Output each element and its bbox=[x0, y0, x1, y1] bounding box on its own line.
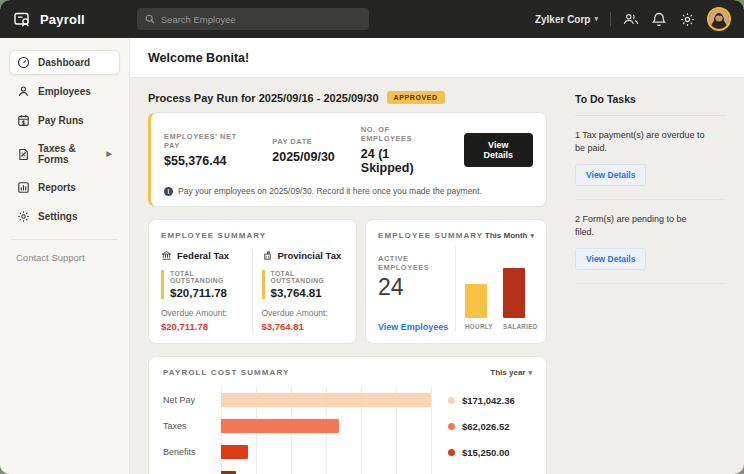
view-employees-link[interactable]: View Employees bbox=[378, 322, 455, 332]
sidebar-item-label: Pay Runs bbox=[38, 115, 84, 126]
view-details-button[interactable]: View Details bbox=[575, 248, 646, 270]
tax-summary-card: EMPLOYEE SUMMARY bbox=[148, 219, 357, 344]
topbar-divider bbox=[610, 12, 611, 26]
users-icon[interactable] bbox=[623, 11, 639, 27]
cost-chart: Net Pay Taxes Benefits Deductions bbox=[163, 387, 532, 474]
taxes-bar bbox=[221, 419, 339, 433]
sidebar-divider bbox=[11, 239, 118, 240]
active-employees-block: ACTIVE EMPLOYEES 24 View Employees bbox=[378, 246, 456, 332]
outstanding-value: $20,711.78 bbox=[170, 287, 243, 299]
sidebar-item-label: Settings bbox=[38, 211, 77, 222]
view-details-button[interactable]: View Details bbox=[575, 164, 646, 186]
provincial-tax-column: Provincial Tax TOTAL OUTSTANDING $3,764.… bbox=[253, 250, 345, 332]
category-label: Taxes bbox=[163, 413, 221, 439]
welcome-band: Welcome Bonita! bbox=[130, 38, 744, 78]
search-box[interactable] bbox=[137, 8, 369, 30]
legend-dot bbox=[448, 397, 455, 404]
todo-task: 2 Form(s) are pending to be filed. View … bbox=[575, 200, 726, 284]
stat-value: 2025/09/30 bbox=[272, 150, 335, 164]
bar-label-salaried: SALARIED bbox=[503, 323, 525, 330]
todo-panel: To Do Tasks 1 Tax payment(s) are overdue… bbox=[575, 91, 726, 474]
todo-task-text: 1 Tax payment(s) are overdue to be paid. bbox=[575, 129, 705, 155]
stat-label: NO. OF EMPLOYEES bbox=[361, 125, 438, 143]
sidebar-item-label: Reports bbox=[38, 182, 76, 193]
salaried-bar bbox=[503, 268, 525, 318]
overdue-label: Overdue Amount: bbox=[161, 308, 243, 318]
stat-label: PAY DATE bbox=[272, 137, 335, 146]
topbar-right: Zylker Corp ▾ bbox=[535, 7, 731, 31]
person-icon bbox=[17, 85, 30, 98]
overdue-value: $3,764.81 bbox=[262, 321, 345, 332]
net-pay-bar bbox=[221, 393, 431, 407]
cost-plot-area bbox=[221, 387, 432, 474]
contact-support-link[interactable]: Contact Support bbox=[9, 252, 120, 263]
dashboard-main-column: Process Pay Run for 2025/09/16 - 2025/09… bbox=[148, 91, 547, 474]
org-selector[interactable]: Zylker Corp ▾ bbox=[535, 14, 598, 25]
outstanding-label: TOTAL OUTSTANDING bbox=[170, 270, 243, 284]
topbar: Payroll Zylker Corp ▾ bbox=[0, 0, 744, 38]
sidebar-item-label: Taxes & Forms bbox=[38, 143, 99, 165]
sidebar-item-pay-runs[interactable]: Pay Runs bbox=[9, 108, 120, 133]
active-employees-label: ACTIVE EMPLOYEES bbox=[378, 254, 455, 272]
stat-employee-count: NO. OF EMPLOYEES 24 (1 Skipped) bbox=[361, 125, 438, 175]
stat-label: EMPLOYEES' NET PAY bbox=[164, 132, 246, 150]
app-frame: Payroll Zylker Corp ▾ bbox=[0, 0, 744, 474]
card-title: PAYROLL COST SUMMARY bbox=[163, 368, 289, 377]
sidebar: Dashboard Employees Pay bbox=[0, 38, 130, 474]
payrun-header: Process Pay Run for 2025/09/16 - 2025/09… bbox=[148, 91, 547, 104]
app-name: Payroll bbox=[40, 12, 85, 27]
todo-task-text: 2 Form(s) are pending to be filed. bbox=[575, 213, 705, 239]
period-dropdown[interactable]: This year ▾ bbox=[490, 368, 532, 377]
chevron-right-icon: ▶ bbox=[107, 150, 112, 158]
period-value: This year bbox=[490, 368, 525, 377]
chevron-down-icon: ▾ bbox=[594, 15, 598, 23]
sidebar-item-label: Dashboard bbox=[38, 57, 90, 68]
avatar[interactable] bbox=[707, 7, 731, 31]
building-icon bbox=[262, 250, 273, 261]
payrun-note: i Pay your employees on 2025/09/30. Reco… bbox=[164, 186, 533, 196]
gear-icon[interactable] bbox=[679, 11, 695, 27]
sidebar-item-reports[interactable]: Reports bbox=[9, 175, 120, 200]
payrun-stats-row: EMPLOYEES' NET PAY $55,376.44 PAY DATE 2… bbox=[164, 125, 533, 175]
active-employees-count: 24 bbox=[378, 274, 455, 301]
status-badge: APPROVED bbox=[387, 91, 445, 104]
legend-value: $15,250.00 bbox=[462, 447, 510, 458]
outstanding-value: $3,764.81 bbox=[271, 287, 345, 299]
bar-label-hourly: HOURLY bbox=[465, 323, 487, 330]
bell-icon[interactable] bbox=[651, 11, 667, 27]
chevron-down-icon: ▾ bbox=[528, 369, 532, 377]
outstanding-label: TOTAL OUTSTANDING bbox=[271, 270, 345, 284]
card-title: EMPLOYEE SUMMARY bbox=[378, 231, 483, 240]
sidebar-item-taxes-forms[interactable]: Taxes & Forms ▶ bbox=[9, 137, 120, 171]
category-label: Net Pay bbox=[163, 387, 221, 413]
legend-dot bbox=[448, 423, 455, 430]
cost-legend: $171,042.36 $62,026.52 $15,250.00 bbox=[432, 387, 532, 474]
sidebar-item-dashboard[interactable]: Dashboard bbox=[9, 50, 120, 75]
legend-value: $62,026.52 bbox=[462, 421, 510, 432]
overdue-label: Overdue Amount: bbox=[262, 308, 345, 318]
search-input[interactable] bbox=[161, 14, 361, 25]
calendar-dollar-icon bbox=[17, 114, 30, 127]
sidebar-item-label: Employees bbox=[38, 86, 91, 97]
main-area: Welcome Bonita! Process Pay Run for 2025… bbox=[130, 38, 744, 474]
stat-value: 24 (1 Skipped) bbox=[361, 147, 438, 175]
search-icon bbox=[145, 14, 155, 24]
dashboard-content: Process Pay Run for 2025/09/16 - 2025/09… bbox=[130, 78, 744, 474]
todo-title: To Do Tasks bbox=[575, 91, 726, 105]
document-percent-icon bbox=[17, 148, 30, 161]
chevron-down-icon: ▾ bbox=[530, 232, 534, 240]
payroll-logo-icon bbox=[13, 10, 32, 29]
view-details-button[interactable]: View Details bbox=[464, 133, 533, 167]
period-dropdown[interactable]: This Month ▾ bbox=[485, 231, 534, 240]
payrun-title: Process Pay Run for 2025/09/16 - 2025/09… bbox=[148, 92, 379, 104]
employee-summary-card: EMPLOYEE SUMMARY This Month ▾ ACTIVE EMP… bbox=[365, 219, 547, 344]
info-icon: i bbox=[164, 187, 173, 196]
tax-name-label: Provincial Tax bbox=[278, 250, 342, 261]
org-name: Zylker Corp bbox=[535, 14, 591, 25]
sidebar-item-employees[interactable]: Employees bbox=[9, 79, 120, 104]
stat-net-pay: EMPLOYEES' NET PAY $55,376.44 bbox=[164, 132, 246, 168]
app-logo: Payroll bbox=[13, 10, 85, 29]
sidebar-item-settings[interactable]: Settings bbox=[9, 204, 120, 229]
legend-value: $171,042.36 bbox=[462, 395, 515, 406]
stat-pay-date: PAY DATE 2025/09/30 bbox=[272, 137, 335, 164]
